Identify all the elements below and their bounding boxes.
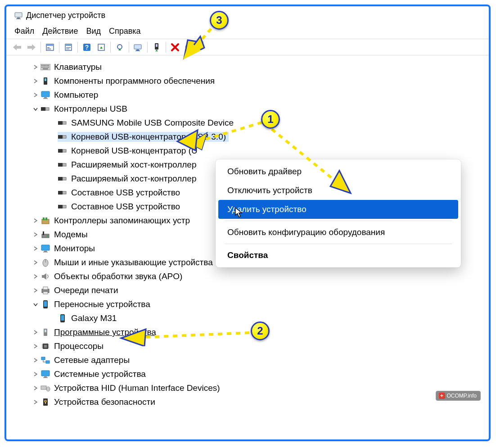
tree-node-galaxy-m31[interactable]: Galaxy M31 bbox=[17, 311, 486, 325]
menu-help[interactable]: Справка bbox=[109, 27, 141, 36]
svg-rect-25 bbox=[43, 65, 44, 66]
show-hide-console-button[interactable] bbox=[43, 41, 57, 54]
chevron-right-icon[interactable] bbox=[32, 384, 40, 392]
menu-file[interactable]: Файл bbox=[14, 27, 34, 36]
tree-node-root-hub-u[interactable]: Корневой USB-концентратор (U bbox=[17, 144, 486, 158]
chevron-right-icon[interactable] bbox=[32, 342, 40, 350]
chevron-right-icon[interactable] bbox=[32, 356, 40, 364]
titlebar: Диспетчер устройств bbox=[6, 6, 489, 23]
svg-rect-29 bbox=[48, 65, 49, 66]
chevron-right-icon[interactable] bbox=[32, 286, 40, 294]
svg-rect-28 bbox=[47, 65, 48, 66]
svg-rect-24 bbox=[41, 65, 42, 66]
svg-rect-38 bbox=[45, 78, 46, 81]
tree-node-processors[interactable]: Процессоры bbox=[17, 339, 486, 353]
svg-rect-57 bbox=[63, 205, 66, 208]
tree-label: Расширяемый хост-контроллер bbox=[71, 174, 196, 183]
chevron-down-icon[interactable] bbox=[32, 105, 40, 113]
tree-label: Устройства безопасности bbox=[54, 398, 155, 406]
update-driver-button[interactable] bbox=[113, 41, 126, 54]
svg-rect-48 bbox=[58, 149, 63, 153]
svg-rect-59 bbox=[43, 217, 45, 220]
tree-node-print-queues[interactable]: Очереди печати bbox=[17, 283, 486, 297]
menu-action[interactable]: Действие bbox=[42, 27, 78, 36]
tree-node-samsung-usb[interactable]: SAMSUNG Mobile USB Composite Device bbox=[17, 116, 486, 130]
properties-button[interactable] bbox=[62, 41, 75, 54]
chevron-down-icon[interactable] bbox=[32, 300, 40, 308]
watermark: + OCOMP.info bbox=[436, 391, 481, 401]
tree-node-security[interactable]: Устройства безопасности bbox=[17, 395, 486, 409]
menu-bar: Файл Действие Вид Справка bbox=[6, 23, 489, 39]
ctx-uninstall-device[interactable]: Удалить устройство bbox=[218, 200, 458, 219]
tree-node-keyboards[interactable]: Клавиатуры bbox=[17, 60, 486, 74]
chevron-right-icon[interactable] bbox=[32, 217, 40, 225]
chevron-right-icon[interactable] bbox=[32, 258, 40, 267]
svg-rect-64 bbox=[41, 245, 50, 250]
svg-rect-1 bbox=[17, 18, 20, 18]
chevron-right-icon[interactable] bbox=[32, 63, 40, 71]
tree-label: Компьютер bbox=[54, 91, 98, 99]
menu-view[interactable]: Вид bbox=[86, 27, 101, 36]
component-icon bbox=[41, 76, 50, 86]
tree-label: Модемы bbox=[54, 230, 88, 239]
tree-node-software-components[interactable]: Компоненты программного обеспечения bbox=[17, 74, 486, 88]
svg-rect-11 bbox=[66, 47, 71, 48]
storage-icon bbox=[41, 216, 50, 226]
svg-text:?: ? bbox=[85, 44, 89, 51]
svg-rect-62 bbox=[43, 231, 44, 235]
svg-rect-89 bbox=[41, 371, 50, 376]
device-icon bbox=[41, 327, 50, 337]
svg-rect-45 bbox=[63, 122, 66, 124]
keyboard-icon bbox=[41, 62, 50, 72]
uninstall-device-button[interactable] bbox=[131, 41, 145, 54]
chevron-right-icon[interactable] bbox=[32, 244, 40, 253]
tree-label: Корневой USB-концентратор (USB 3.0) bbox=[71, 132, 226, 141]
ctx-update-driver[interactable]: Обновить драйвер bbox=[218, 162, 458, 181]
svg-rect-19 bbox=[135, 50, 140, 51]
tree-node-network[interactable]: Сетевые адаптеры bbox=[17, 353, 486, 367]
tree-node-root-hub-30[interactable]: Корневой USB-концентратор (USB 3.0) bbox=[17, 130, 486, 144]
printer-icon bbox=[41, 285, 50, 295]
help-button[interactable]: ? bbox=[80, 41, 94, 54]
svg-rect-46 bbox=[58, 135, 63, 139]
svg-rect-27 bbox=[45, 65, 46, 66]
svg-rect-96 bbox=[45, 402, 46, 404]
chevron-right-icon[interactable] bbox=[32, 370, 40, 378]
svg-rect-42 bbox=[41, 107, 45, 111]
more-button[interactable] bbox=[183, 41, 196, 54]
chevron-right-icon[interactable] bbox=[32, 272, 40, 281]
chevron-right-icon[interactable] bbox=[32, 398, 40, 406]
chevron-right-icon[interactable] bbox=[32, 231, 40, 239]
svg-rect-18 bbox=[136, 50, 139, 50]
svg-rect-78 bbox=[45, 330, 46, 332]
tree-node-portable[interactable]: Переносные устройства bbox=[17, 297, 486, 311]
svg-rect-4 bbox=[27, 46, 32, 49]
tree-label: Клавиатуры bbox=[54, 63, 102, 71]
scan-hardware-button[interactable] bbox=[95, 41, 108, 54]
chevron-right-icon[interactable] bbox=[32, 328, 40, 336]
disable-device-button[interactable] bbox=[150, 41, 163, 54]
tree-label: SAMSUNG Mobile USB Composite Device bbox=[71, 118, 234, 127]
svg-rect-6 bbox=[46, 44, 54, 46]
tree-label: Программные устройства bbox=[54, 328, 156, 336]
tree-node-computer[interactable]: Компьютер bbox=[17, 88, 486, 102]
svg-rect-26 bbox=[44, 65, 45, 66]
tree-label: Системные устройства bbox=[54, 370, 146, 378]
tree-node-usb-controllers[interactable]: Контроллеры USB bbox=[17, 102, 486, 116]
remove-button[interactable] bbox=[168, 41, 182, 54]
chevron-right-icon[interactable] bbox=[32, 77, 40, 85]
ctx-disable-device[interactable]: Отключить устройств bbox=[218, 181, 458, 200]
watermark-icon: + bbox=[439, 393, 445, 399]
svg-rect-50 bbox=[58, 163, 63, 167]
tree-node-hid[interactable]: Устройства HID (Human Interface Devices) bbox=[17, 381, 486, 395]
forward-button[interactable] bbox=[25, 41, 38, 54]
ctx-scan-hardware[interactable]: Обновить конфигурацию оборудования bbox=[218, 223, 458, 242]
tree-node-system[interactable]: Системные устройства bbox=[17, 367, 486, 381]
svg-point-63 bbox=[47, 235, 48, 236]
back-button[interactable] bbox=[10, 41, 24, 54]
tree-node-apo[interactable]: Объекты обработки звука (APO) bbox=[17, 269, 486, 283]
ctx-properties[interactable]: Свойства bbox=[218, 246, 458, 265]
svg-rect-76 bbox=[61, 315, 64, 321]
chevron-right-icon[interactable] bbox=[32, 91, 40, 99]
svg-rect-60 bbox=[45, 217, 47, 220]
